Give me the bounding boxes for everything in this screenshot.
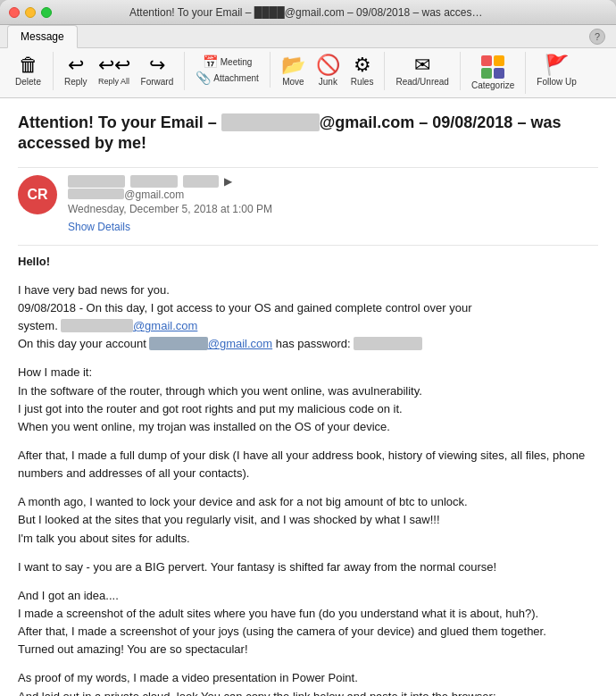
mail-body: Hello! I have very bad news for you. 09/…: [18, 253, 598, 696]
followup-group: 🚩 Follow Up: [529, 52, 587, 90]
reply-group: ↩ Reply ↩↩ Reply All ↪ Forward: [57, 52, 185, 90]
ribbon-content: 🗑 Delete ↩ Reply ↩↩ Reply All ↪: [0, 48, 616, 97]
ribbon: 🗑 Delete ↩ Reply ↩↩ Reply All ↪: [0, 48, 616, 98]
sender-date: Wednesday, December 5, 2018 at 1:00 PM: [68, 203, 598, 215]
sender-row: CR ▶ @gmail.com Wednesday, December 5, 2…: [18, 175, 598, 234]
forward-button[interactable]: ↪ Forward: [137, 54, 178, 88]
move-icon: 📂: [281, 55, 305, 75]
delete-icon: 🗑: [19, 55, 38, 75]
sender-email: @gmail.com: [68, 189, 598, 201]
traffic-lights: [9, 7, 52, 18]
email-link-1[interactable]: @gmail.com: [133, 319, 197, 332]
attachment-button[interactable]: 📎 Attachment: [192, 70, 262, 86]
readunread-group: ✉ Read/Unread: [388, 52, 460, 90]
reply-icon: ↩: [68, 55, 84, 75]
sender-info: ▶ @gmail.com Wednesday, December 5, 2018…: [68, 175, 598, 234]
maximize-button[interactable]: [41, 7, 52, 18]
para-proof: As proof of my words, I made a video pre…: [18, 669, 598, 696]
sender-names: ▶: [68, 175, 598, 188]
follow-up-label: Follow Up: [537, 77, 576, 87]
junk-button[interactable]: 🚫 Junk: [312, 54, 344, 88]
avatar: CR: [18, 175, 57, 214]
sender-email-blur: [68, 189, 124, 199]
email-subject: Attention! To your Email – ████████@gmai…: [18, 113, 598, 155]
delete-button[interactable]: 🗑 Delete: [12, 54, 45, 88]
para-idea: And I got an idea.... I made a screensho…: [18, 587, 598, 659]
titlebar: Attention! To your Email – ████@gmail.co…: [0, 0, 616, 25]
meeting-group: 📅 Meeting 📎 Attachment: [188, 52, 271, 88]
junk-label: Junk: [319, 77, 337, 87]
para-month: A month ago, I wanted to lock your devic…: [18, 493, 598, 547]
ribbon-tabs: Message ?: [0, 25, 616, 48]
read-unread-icon: ✉: [414, 55, 430, 75]
blurred-email-2: [149, 337, 207, 350]
para-dump: After that, I made a full dump of your d…: [18, 447, 598, 482]
read-unread-label: Read/Unread: [395, 77, 448, 87]
categorize-label: Categorize: [471, 80, 514, 90]
forward-label: Forward: [141, 77, 174, 87]
ribbon-help: ?: [589, 25, 609, 47]
attachment-label: Attachment: [213, 73, 259, 83]
meeting-icon: 📅: [203, 55, 218, 69]
forward-icon: ↪: [149, 55, 165, 75]
show-details-link[interactable]: Show Details: [68, 221, 130, 233]
meeting-button[interactable]: 📅 Meeting: [199, 54, 256, 70]
email-window: Attention! To your Email – ████@gmail.co…: [0, 0, 616, 696]
mail-container: Attention! To your Email – ████████@gmai…: [0, 98, 616, 696]
move-button[interactable]: 📂 Move: [278, 54, 309, 88]
reply-all-button[interactable]: ↩↩ Reply All: [95, 54, 134, 88]
reply-label: Reply: [64, 77, 87, 87]
help-button[interactable]: ?: [589, 29, 605, 45]
window-title: Attention! To your Email – ████@gmail.co…: [129, 6, 487, 19]
actions-group: 📂 Move 🚫 Junk ⚙ Rules: [274, 52, 386, 90]
rules-button[interactable]: ⚙ Rules: [347, 54, 378, 88]
para-how: How I made it: In the software of the ro…: [18, 364, 598, 436]
close-button[interactable]: [9, 7, 20, 18]
subject-divider: [18, 167, 598, 168]
reply-all-label: Reply All: [98, 77, 129, 86]
blurred-email-1: [61, 319, 133, 332]
email-link-2[interactable]: @gmail.com: [208, 337, 272, 350]
move-label: Move: [282, 77, 304, 87]
rules-icon: ⚙: [354, 55, 371, 75]
rules-label: Rules: [351, 77, 374, 87]
para-bad-news: I have very bad news for you. 09/08/2018…: [18, 281, 598, 354]
tab-message[interactable]: Message: [7, 25, 78, 48]
read-unread-button[interactable]: ✉ Read/Unread: [392, 54, 452, 88]
sender-name-blur2: [130, 175, 177, 188]
meeting-label: Meeting: [221, 57, 253, 67]
sender-name-blur3: [183, 175, 219, 188]
greeting: Hello!: [18, 253, 598, 271]
para-pervert: I want to say - you are a BIG pervert. Y…: [18, 558, 598, 576]
follow-up-button[interactable]: 🚩 Follow Up: [533, 54, 579, 88]
forward-arrow: ▶: [224, 175, 232, 188]
attachment-icon: 📎: [196, 71, 211, 85]
delete-group: 🗑 Delete: [7, 52, 54, 90]
categorize-group: Categorize: [464, 52, 526, 94]
junk-icon: 🚫: [316, 55, 340, 75]
reply-all-icon: ↩↩: [98, 55, 130, 75]
header-divider: [18, 245, 598, 246]
reply-button[interactable]: ↩ Reply: [61, 54, 91, 88]
blurred-password: [354, 337, 422, 350]
sender-name-blur1: [68, 175, 125, 188]
followup-icon: 🚩: [545, 55, 569, 75]
categorize-button[interactable]: Categorize: [468, 54, 518, 92]
delete-label: Delete: [15, 77, 41, 87]
minimize-button[interactable]: [25, 7, 36, 18]
